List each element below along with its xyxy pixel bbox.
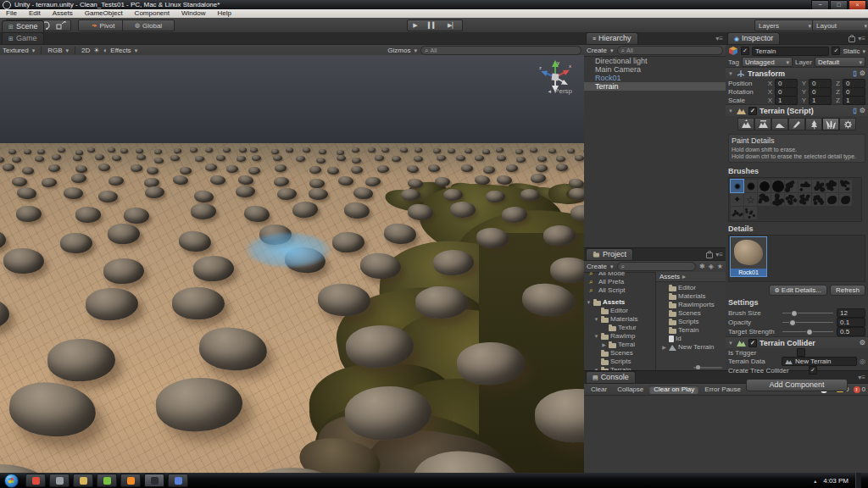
brush-swatch[interactable]: ✦ [731,193,743,206]
panel-menu-icon[interactable]: ▾≡ [715,35,723,42]
menu-item[interactable]: Window [175,9,211,17]
brush-swatch[interactable] [731,180,743,192]
brush-swatch[interactable] [826,180,838,192]
paint-height-icon[interactable] [754,118,771,130]
project-file-item[interactable]: Scenes [661,309,726,318]
menu-item[interactable]: Component [129,9,175,17]
scale-tool-icon[interactable] [56,21,66,30]
project-file-item[interactable]: Editor [661,284,726,292]
paint-texture-icon[interactable] [788,118,805,130]
lock-icon[interactable] [849,36,855,42]
component-enabled-checkbox[interactable]: ✓ [748,339,757,347]
fold-arrow-icon[interactable]: ▼ [593,332,599,341]
reference-doc-icon[interactable]: ▯ [853,107,856,114]
pause-button[interactable]: ▍▍ [428,22,437,29]
brush-swatch[interactable] [839,193,852,206]
brush-swatch[interactable] [785,180,798,192]
hierarchy-item[interactable]: Directional light [584,57,726,65]
hierarchy-item[interactable]: Main Camera [584,65,726,74]
menu-item[interactable]: Help [211,9,236,17]
show-desktop-button[interactable] [855,473,861,488]
project-file-item[interactable]: Id [661,335,726,343]
gameobject-name-field[interactable]: Terrain [752,47,829,56]
console-toolbar-button[interactable]: Clear [587,385,611,394]
gizmos-dropdown[interactable]: Gizmos [387,47,410,54]
hierarchy-item[interactable]: Rock01 [584,74,726,82]
tree-folder-item[interactable]: Scripts [584,358,655,366]
taskbar-app-icon[interactable] [73,474,93,487]
search-by-type-icon[interactable]: ✱ [699,263,705,270]
object-picker-icon[interactable]: ◎ [860,358,865,365]
x-field[interactable]: 1 [775,96,798,105]
place-trees-icon[interactable] [805,118,822,130]
terrain-settings-icon[interactable] [839,118,856,130]
tree-folder-item[interactable]: Editor [584,307,655,315]
brush-swatch[interactable] [771,180,784,192]
console-toolbar-button[interactable]: Collapse [613,385,648,394]
x-field[interactable]: 0 [775,87,798,97]
tree-folder-item[interactable]: ▼ RawImp [584,332,655,341]
gear-icon[interactable] [860,107,865,114]
setting-value-field[interactable]: 0.5 [837,327,865,336]
brush-swatch[interactable] [785,193,798,206]
foldout-icon[interactable]: ▼ [728,71,734,76]
pivot-toggle[interactable]: ▪▸ Pivot [78,19,129,31]
transform-component-header[interactable]: ▼ Transform ▯ [726,67,868,79]
tree-folder-item[interactable]: ▼ Materials [584,315,655,324]
paint-details-icon[interactable] [822,118,839,130]
audio-toggle-icon[interactable]: ◖ [103,47,107,54]
refresh-button[interactable]: Refresh [830,285,865,296]
y-field[interactable]: 0 [809,79,832,88]
z-field[interactable]: 0 [843,87,865,97]
brush-swatch[interactable] [798,180,811,192]
scene-search-input[interactable]: All [420,46,581,55]
panel-menu-icon[interactable]: ▾≡ [715,251,723,258]
effects-dropdown[interactable]: Effects [110,47,131,54]
tab-hierarchy[interactable]: ≡ Hierarchy [586,32,638,44]
taskbar-app-icon[interactable] [49,474,70,487]
tray-expand-icon[interactable]: ▴ [814,478,816,484]
panel-menu-icon[interactable]: ▾≡ [858,35,865,42]
taskbar-app-icon[interactable] [97,474,117,487]
create-dropdown[interactable]: Create [587,47,607,54]
x-field[interactable]: 0 [775,79,798,88]
brush-swatch[interactable] [731,207,743,219]
menu-item[interactable]: Assets [47,9,79,17]
projection-label[interactable]: ◄ Persp [547,87,572,95]
smooth-height-icon[interactable] [771,118,788,130]
favorite-item[interactable]: ⌕ All Script [584,286,655,295]
brush-swatch[interactable]: ☆ [744,193,757,206]
render-mode-dropdown[interactable]: RGB [47,47,62,54]
slider-handle[interactable] [806,329,813,336]
brush-swatch[interactable] [758,193,771,206]
project-file-item[interactable]: Materials [661,292,726,301]
component-enabled-checkbox[interactable]: ✓ [748,107,757,115]
global-toggle[interactable]: ◍ Global [122,19,175,31]
setting-value-field[interactable]: 12 [837,308,865,318]
terrain-collider-header[interactable]: ▼ ✓ Terrain Collider [726,336,868,348]
tree-folder-item[interactable]: ▶ Terrai [584,341,655,349]
slider-track[interactable] [782,313,833,313]
clock[interactable]: 4:03 PM [823,477,849,485]
fold-arrow-icon[interactable]: ▼ [593,315,599,324]
z-field[interactable]: 1 [843,96,865,105]
add-component-button[interactable]: Add Component [746,379,848,391]
brush-swatch[interactable] [798,193,811,206]
favorite-item[interactable]: ⌕ All Mode [584,272,655,278]
terrain-data-object-field[interactable]: New Terrain [782,357,857,366]
detail-item-rock01[interactable]: Rock01 [731,237,766,276]
taskbar-app-icon[interactable] [168,474,188,487]
play-button[interactable]: ▶ [413,22,417,29]
taskbar-app-icon[interactable] [144,474,164,487]
layers-dropdown[interactable]: Layers [754,19,815,31]
project-search-input[interactable] [617,262,696,271]
menu-item[interactable]: Edit [23,9,47,17]
project-file-item[interactable]: Terrain [661,326,726,335]
tree-folder-item[interactable]: Scenes [584,349,655,358]
y-field[interactable]: 1 [809,96,832,105]
view-tab[interactable]: ⊞ Game [2,32,44,44]
brush-swatch[interactable] [744,180,757,192]
menu-item[interactable]: File [0,9,23,17]
brush-swatch[interactable] [812,193,825,206]
brush-swatch[interactable] [839,180,852,192]
